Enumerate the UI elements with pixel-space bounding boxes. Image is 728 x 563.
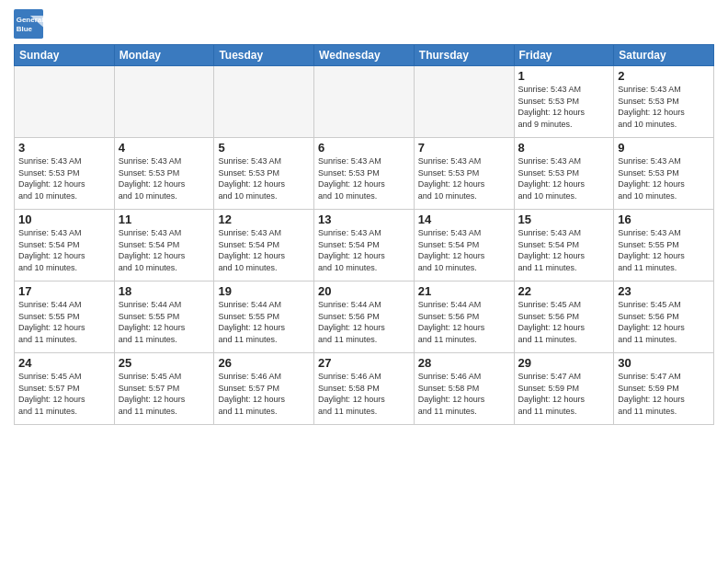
calendar-cell: 12Sunrise: 5:43 AM Sunset: 5:54 PM Dayli… <box>214 210 314 282</box>
day-info: Sunrise: 5:45 AM Sunset: 5:56 PM Dayligh… <box>618 299 710 345</box>
calendar-cell: 6Sunrise: 5:43 AM Sunset: 5:53 PM Daylig… <box>314 138 415 210</box>
day-number: 24 <box>18 356 110 370</box>
week-row-2: 3Sunrise: 5:43 AM Sunset: 5:53 PM Daylig… <box>15 138 714 210</box>
calendar-cell: 9Sunrise: 5:43 AM Sunset: 5:53 PM Daylig… <box>614 138 714 210</box>
day-number: 6 <box>318 141 410 155</box>
day-number: 11 <box>119 213 210 226</box>
calendar-cell: 27Sunrise: 5:46 AM Sunset: 5:58 PM Dayli… <box>314 353 415 425</box>
calendar-cell: 2Sunrise: 5:43 AM Sunset: 5:53 PM Daylig… <box>614 66 714 138</box>
day-info: Sunrise: 5:43 AM Sunset: 5:53 PM Dayligh… <box>618 155 710 201</box>
day-number: 9 <box>618 141 710 155</box>
calendar-cell <box>114 66 214 138</box>
calendar-cell: 26Sunrise: 5:46 AM Sunset: 5:57 PM Dayli… <box>214 353 314 425</box>
day-info: Sunrise: 5:43 AM Sunset: 5:53 PM Dayligh… <box>418 155 510 201</box>
calendar: SundayMondayTuesdayWednesdayThursdayFrid… <box>14 44 714 425</box>
day-number: 19 <box>218 284 310 298</box>
day-info: Sunrise: 5:43 AM Sunset: 5:53 PM Dayligh… <box>618 84 710 130</box>
calendar-cell: 16Sunrise: 5:43 AM Sunset: 5:55 PM Dayli… <box>614 210 714 282</box>
calendar-cell: 18Sunrise: 5:44 AM Sunset: 5:55 PM Dayli… <box>114 282 214 353</box>
day-number: 28 <box>418 356 510 370</box>
day-number: 29 <box>518 356 610 370</box>
calendar-cell: 1Sunrise: 5:43 AM Sunset: 5:53 PM Daylig… <box>514 66 614 138</box>
day-info: Sunrise: 5:43 AM Sunset: 5:53 PM Dayligh… <box>18 155 110 201</box>
day-number: 21 <box>418 284 510 298</box>
day-number: 8 <box>518 141 610 155</box>
calendar-cell: 8Sunrise: 5:43 AM Sunset: 5:53 PM Daylig… <box>514 138 614 210</box>
calendar-cell <box>314 66 415 138</box>
day-number: 14 <box>418 213 510 226</box>
calendar-cell: 11Sunrise: 5:43 AM Sunset: 5:54 PM Dayli… <box>114 210 214 282</box>
calendar-cell: 20Sunrise: 5:44 AM Sunset: 5:56 PM Dayli… <box>314 282 415 353</box>
day-number: 3 <box>18 141 110 155</box>
day-header-friday: Friday <box>514 45 614 66</box>
day-info: Sunrise: 5:46 AM Sunset: 5:57 PM Dayligh… <box>218 371 310 417</box>
day-number: 5 <box>218 141 310 155</box>
day-header-wednesday: Wednesday <box>314 45 415 66</box>
day-info: Sunrise: 5:45 AM Sunset: 5:56 PM Dayligh… <box>518 299 610 345</box>
calendar-cell: 24Sunrise: 5:45 AM Sunset: 5:57 PM Dayli… <box>15 353 115 425</box>
day-info: Sunrise: 5:43 AM Sunset: 5:53 PM Dayligh… <box>218 155 310 201</box>
day-info: Sunrise: 5:44 AM Sunset: 5:55 PM Dayligh… <box>218 299 310 345</box>
day-info: Sunrise: 5:43 AM Sunset: 5:53 PM Dayligh… <box>318 155 410 201</box>
calendar-cell: 28Sunrise: 5:46 AM Sunset: 5:58 PM Dayli… <box>414 353 514 425</box>
day-number: 23 <box>618 284 710 298</box>
day-number: 18 <box>119 284 210 298</box>
day-info: Sunrise: 5:43 AM Sunset: 5:54 PM Dayligh… <box>518 227 610 273</box>
day-number: 16 <box>618 213 710 226</box>
calendar-cell: 15Sunrise: 5:43 AM Sunset: 5:54 PM Dayli… <box>514 210 614 282</box>
calendar-cell <box>214 66 314 138</box>
calendar-cell: 22Sunrise: 5:45 AM Sunset: 5:56 PM Dayli… <box>514 282 614 353</box>
day-info: Sunrise: 5:44 AM Sunset: 5:55 PM Dayligh… <box>18 299 110 345</box>
calendar-cell: 25Sunrise: 5:45 AM Sunset: 5:57 PM Dayli… <box>114 353 214 425</box>
day-number: 25 <box>119 356 210 370</box>
calendar-cell: 30Sunrise: 5:47 AM Sunset: 5:59 PM Dayli… <box>614 353 714 425</box>
day-number: 10 <box>18 213 110 226</box>
day-header-thursday: Thursday <box>414 45 514 66</box>
day-info: Sunrise: 5:44 AM Sunset: 5:56 PM Dayligh… <box>318 299 410 345</box>
day-info: Sunrise: 5:47 AM Sunset: 5:59 PM Dayligh… <box>518 371 610 417</box>
day-info: Sunrise: 5:43 AM Sunset: 5:53 PM Dayligh… <box>518 84 610 130</box>
day-header-tuesday: Tuesday <box>214 45 314 66</box>
day-info: Sunrise: 5:45 AM Sunset: 5:57 PM Dayligh… <box>18 371 110 417</box>
calendar-cell: 17Sunrise: 5:44 AM Sunset: 5:55 PM Dayli… <box>15 282 115 353</box>
day-number: 15 <box>518 213 610 226</box>
day-number: 12 <box>218 213 310 226</box>
calendar-cell: 5Sunrise: 5:43 AM Sunset: 5:53 PM Daylig… <box>214 138 314 210</box>
day-info: Sunrise: 5:46 AM Sunset: 5:58 PM Dayligh… <box>318 371 410 417</box>
logo-icon: General Blue <box>14 9 43 39</box>
day-number: 22 <box>518 284 610 298</box>
calendar-cell: 23Sunrise: 5:45 AM Sunset: 5:56 PM Dayli… <box>614 282 714 353</box>
day-number: 20 <box>318 284 410 298</box>
day-header-monday: Monday <box>114 45 214 66</box>
day-info: Sunrise: 5:43 AM Sunset: 5:54 PM Dayligh… <box>318 227 410 273</box>
day-header-saturday: Saturday <box>614 45 714 66</box>
week-row-1: 1Sunrise: 5:43 AM Sunset: 5:53 PM Daylig… <box>15 66 714 138</box>
calendar-cell <box>414 66 514 138</box>
calendar-cell: 10Sunrise: 5:43 AM Sunset: 5:54 PM Dayli… <box>15 210 115 282</box>
day-header-sunday: Sunday <box>15 45 115 66</box>
day-info: Sunrise: 5:43 AM Sunset: 5:54 PM Dayligh… <box>18 227 110 273</box>
day-info: Sunrise: 5:43 AM Sunset: 5:54 PM Dayligh… <box>218 227 310 273</box>
logo: General Blue <box>14 9 47 39</box>
day-info: Sunrise: 5:44 AM Sunset: 5:55 PM Dayligh… <box>119 299 210 345</box>
day-info: Sunrise: 5:43 AM Sunset: 5:55 PM Dayligh… <box>618 227 710 273</box>
day-number: 17 <box>18 284 110 298</box>
day-number: 13 <box>318 213 410 226</box>
calendar-cell: 14Sunrise: 5:43 AM Sunset: 5:54 PM Dayli… <box>414 210 514 282</box>
week-row-4: 17Sunrise: 5:44 AM Sunset: 5:55 PM Dayli… <box>15 282 714 353</box>
day-number: 2 <box>618 69 710 83</box>
day-info: Sunrise: 5:46 AM Sunset: 5:58 PM Dayligh… <box>418 371 510 417</box>
day-number: 30 <box>618 356 710 370</box>
day-info: Sunrise: 5:44 AM Sunset: 5:56 PM Dayligh… <box>418 299 510 345</box>
calendar-cell: 4Sunrise: 5:43 AM Sunset: 5:53 PM Daylig… <box>114 138 214 210</box>
week-row-5: 24Sunrise: 5:45 AM Sunset: 5:57 PM Dayli… <box>15 353 714 425</box>
calendar-cell: 21Sunrise: 5:44 AM Sunset: 5:56 PM Dayli… <box>414 282 514 353</box>
svg-text:Blue: Blue <box>17 25 33 33</box>
day-info: Sunrise: 5:43 AM Sunset: 5:53 PM Dayligh… <box>518 155 610 201</box>
calendar-cell: 19Sunrise: 5:44 AM Sunset: 5:55 PM Dayli… <box>214 282 314 353</box>
page-container: General Blue SundayMondayTuesdayWednesda… <box>0 0 728 430</box>
calendar-cell: 13Sunrise: 5:43 AM Sunset: 5:54 PM Dayli… <box>314 210 415 282</box>
day-number: 1 <box>518 69 610 83</box>
day-info: Sunrise: 5:47 AM Sunset: 5:59 PM Dayligh… <box>618 371 710 417</box>
calendar-cell <box>15 66 115 138</box>
